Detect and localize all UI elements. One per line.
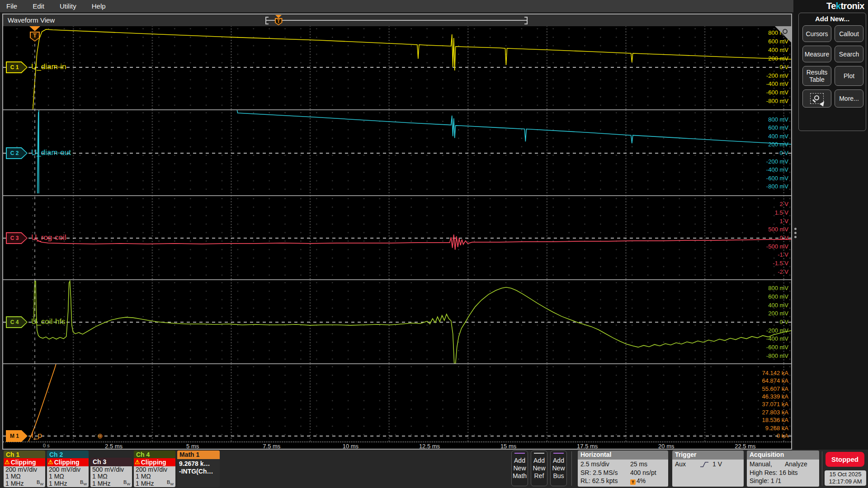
c4-trace — [3, 280, 791, 363]
waveform-view-titlebar[interactable]: Waveform View T — [3, 14, 791, 26]
axis-tick-label: -500 mV — [766, 243, 788, 250]
axis-tick-label: 55.607 kA — [762, 385, 788, 392]
trigger-panel[interactable]: Trigger Aux 1 V — [672, 450, 744, 487]
search-button[interactable]: Search — [835, 46, 863, 62]
time-tick-label: 10 ms — [343, 443, 359, 450]
trigger-arrow-icon — [29, 26, 40, 31]
trigger-arrow-icon — [275, 15, 282, 18]
ruler-right-bracket[interactable] — [524, 17, 528, 24]
c4-label[interactable]: U_coil-hfs — [31, 317, 66, 326]
add-new-ref-button[interactable]: Add New Ref — [531, 450, 547, 486]
axis-tick-label: 0 V — [779, 150, 788, 156]
axis-tick-label: 500 mV — [768, 226, 788, 233]
more-button[interactable]: More... — [835, 89, 863, 108]
tektronix-logo: Tektronix — [826, 1, 864, 11]
ch3-badge[interactable]: Ch 3 500 mV/div 1 MΩ 1 MHz BW — [90, 458, 132, 487]
menu-help[interactable]: Help — [92, 2, 115, 10]
cursors-button[interactable]: Cursors — [802, 25, 831, 42]
axis-tick-label: -200 mV — [766, 158, 788, 165]
waveform-view-title: Waveform View — [8, 16, 55, 24]
bandwidth-icon: BW — [80, 479, 87, 486]
plot-button[interactable]: Plot — [835, 66, 863, 86]
ch2-clipping-warning: ⚠Clipping — [47, 458, 89, 466]
time-tick-label: 15 ms — [500, 443, 516, 450]
acquisition-panel[interactable]: Acquisition Manual,Analyze High Res: 16 … — [747, 450, 819, 487]
dock-divider — [822, 451, 822, 486]
axis-tick-label: -200 mV — [766, 327, 788, 334]
warning-icon: ⚠ — [5, 459, 10, 465]
axis-tick-label: -1.5 V — [773, 260, 788, 267]
graticule-c1[interactable]: 800 mV600 mV400 mV200 mV0 V-200 mV-400 m… — [3, 26, 791, 109]
graticule-c4[interactable]: 800 mV600 mV400 mV200 mV0 V-200 mV-400 m… — [3, 279, 791, 363]
magnifier-icon — [783, 29, 788, 34]
c2-label[interactable]: U_diam-out — [31, 148, 71, 157]
c1-label[interactable]: U_diam-in — [31, 62, 66, 71]
axis-tick-label: 27.803 kA — [762, 409, 788, 416]
ch4-clipping-warning: ⚠Clipping — [134, 458, 175, 466]
ruler-left-bracket[interactable] — [265, 17, 269, 24]
axis-tick-label: -2 V — [778, 268, 788, 275]
panel-drag-handle[interactable] — [794, 226, 797, 240]
time-tick-label: 17.5 ms — [577, 443, 598, 450]
axis-tick-label: -400 mV — [766, 80, 788, 87]
time-tick-label: 12.5 ms — [419, 443, 440, 450]
datetime-display: 15 Oct 2025 12:17:09 AM — [825, 470, 866, 486]
trigger-t-icon: T — [30, 32, 40, 42]
run-stop-status[interactable]: Stopped — [826, 452, 864, 467]
axis-tick-label: 200 mV — [768, 310, 788, 317]
axis-tick-label: 200 mV — [768, 55, 788, 62]
add-new-group: Add New... Cursors Callout Measure Searc… — [798, 13, 866, 131]
axis-tick-label: 1 V — [779, 218, 788, 225]
math1-badge[interactable]: Math 1 9.2678 k… -INTG(Ch… — [177, 450, 220, 487]
warning-icon: ⚠ — [135, 459, 140, 465]
axis-tick-label: 74.142 kA — [762, 370, 788, 376]
zoom-select-icon — [810, 93, 824, 104]
graticule-c3[interactable]: 2 V1.5 V1 V500 mV0 V-500 mV-1 V-1.5 V-2 … — [3, 195, 791, 279]
date-label: 15 Oct 2025 — [825, 471, 866, 478]
axis-tick-label: -800 mV — [766, 183, 788, 190]
axis-tick-label: 800 mV — [768, 285, 788, 291]
axis-tick-label: -400 mV — [766, 166, 788, 173]
axis-tick-label: 18.536 kA — [762, 417, 788, 423]
bandwidth-icon: BW — [37, 479, 43, 486]
add-new-math-button[interactable]: Add New Math — [511, 450, 528, 486]
graticule-c2[interactable]: 800 mV600 mV400 mV200 mV0 V-200 mV-400 m… — [3, 109, 791, 195]
axis-tick-label: -600 mV — [766, 89, 788, 96]
ruler-line — [265, 20, 528, 21]
c3-label[interactable]: U_rog-coil — [31, 233, 66, 242]
axis-tick-label: 800 mV — [768, 116, 788, 123]
time-label: 12:17:09 AM — [825, 478, 866, 485]
zoom-select-button[interactable] — [802, 89, 831, 108]
time-tick-label: 20 ms — [658, 443, 674, 450]
callout-button[interactable]: Callout — [835, 25, 863, 42]
c3-trace — [3, 196, 791, 279]
time-tick-label: 22.5 ms — [735, 443, 755, 450]
c2-trace — [3, 110, 791, 195]
graticule-m1[interactable]: 74.142 kA64.874 kA55.607 kA46.339 kA37.0… — [3, 363, 791, 441]
ch1-badge[interactable]: Ch 1 ⚠Clipping 200 mV/div 1 MΩ 1 MHz BW — [4, 450, 45, 487]
menu-bar: File Edit Utility Help — [0, 0, 793, 12]
trigger-flag-icon: T — [630, 479, 636, 485]
measure-button[interactable]: Measure — [802, 46, 831, 62]
menu-edit[interactable]: Edit — [33, 2, 53, 10]
time-tick-label: 5 ms — [186, 443, 199, 450]
time-tick-label: 7.5 ms — [263, 443, 280, 450]
menu-file[interactable]: File — [6, 2, 26, 10]
ruler-trigger-marker[interactable]: T — [274, 15, 283, 25]
horizontal-panel[interactable]: Horizontal 2.5 ms/div25 ms SR: 2.5 MS/s4… — [578, 450, 668, 487]
m1-label[interactable]: I_p — [31, 431, 42, 440]
axis-tick-label: 600 mV — [768, 124, 788, 131]
warning-icon: ⚠ — [48, 459, 53, 465]
axis-tick-label: 400 mV — [768, 133, 788, 140]
acquisition-preview-ruler[interactable]: T — [265, 17, 528, 24]
ch4-badge[interactable]: Ch 4 ⚠Clipping 200 mV/div 1 MΩ 1 MHz BW — [134, 450, 175, 487]
axis-tick-label: 0 V — [779, 235, 788, 241]
results-table-button[interactable]: Results Table — [802, 66, 831, 86]
axis-tick-label: 200 mV — [768, 141, 788, 148]
ch1-clipping-warning: ⚠Clipping — [4, 458, 45, 466]
menu-utility[interactable]: Utility — [60, 2, 85, 10]
ch2-badge[interactable]: Ch 2 ⚠Clipping 200 mV/div 1 MΩ 1 MHz BW — [47, 450, 89, 487]
plot-trigger-marker[interactable]: T — [29, 26, 41, 42]
add-new-bus-button[interactable]: Add New Bus — [550, 450, 567, 486]
axis-tick-label: 64.874 kA — [762, 377, 788, 384]
